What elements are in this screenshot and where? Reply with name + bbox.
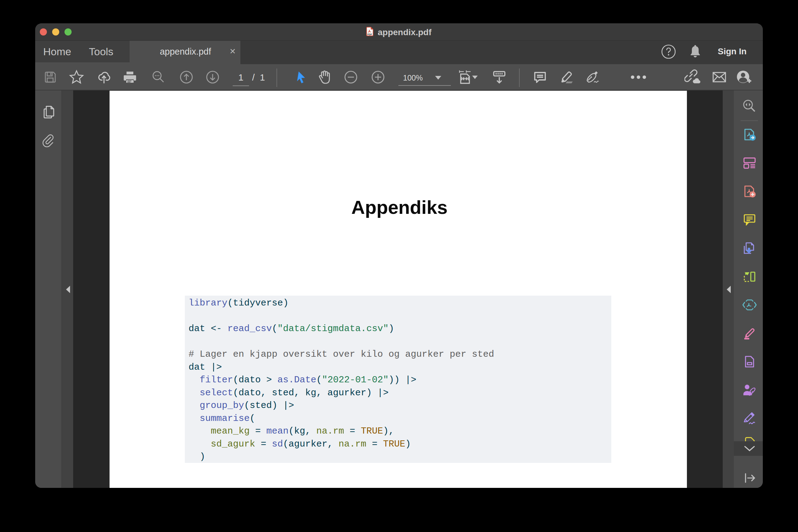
svg-text:PDF: PDF xyxy=(367,33,372,36)
